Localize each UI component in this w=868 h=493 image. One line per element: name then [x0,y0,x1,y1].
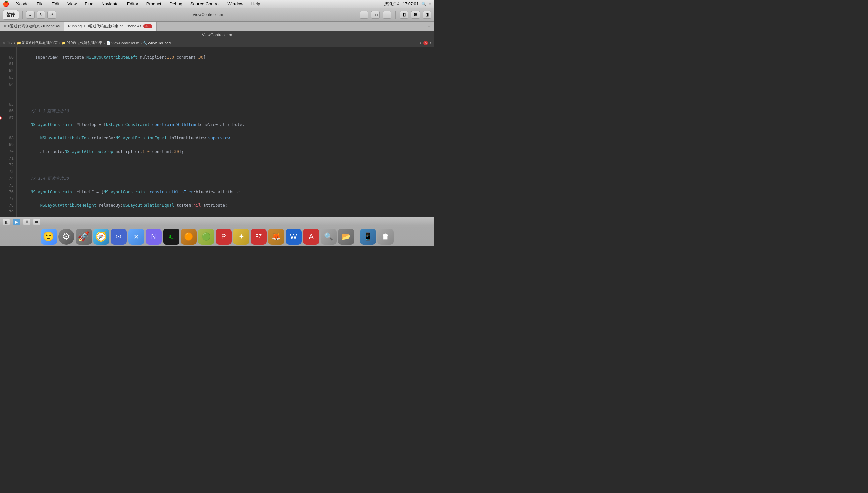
breadcrumb-label-1: 010通过代码创建约束 [22,40,58,45]
bottom-run-btn[interactable]: ▶ [13,218,20,225]
dock-terminal[interactable]: $_ [163,229,179,245]
dock-spotlight[interactable]: 🔍 [321,229,337,245]
dock-finder2[interactable]: 📂 [338,229,354,245]
debug-toggle[interactable]: ⊟ [411,11,420,19]
breadcrumb-item-2[interactable]: 📁 010通过代码创建约束 [62,40,102,45]
line-num-73: 73 [3,168,14,175]
finder-icon: 🙂 [43,231,54,242]
dock-star[interactable]: ✦ [233,229,249,245]
navigator-toggle[interactable]: ◧ [400,11,408,19]
dock-app4[interactable]: 📱 [360,229,376,245]
dock-acrobat[interactable]: A [303,229,319,245]
bottom-navigator-btn[interactable]: ◧ [3,218,10,225]
bottom-pause-btn[interactable]: ⏸ [23,218,30,225]
code-line-pre: superview attribute:NSLayoutAttributeLef… [21,54,430,61]
code-line-62 [21,94,430,101]
line-num-64b [3,88,14,94]
editor-standard-icon[interactable]: □ [360,11,368,19]
dock-pycharm[interactable]: P [216,229,232,245]
breadcrumb-nav-right[interactable]: › [430,40,431,45]
tab-project[interactable]: 010通过代码创建约束 › iPhone 4s [0,22,64,31]
menu-product[interactable]: Product [145,1,163,7]
dock-safari[interactable]: 🧭 [93,229,109,245]
menu-file[interactable]: File [35,1,45,7]
breadcrumb-item-3[interactable]: 📄 ViewController.m [106,41,139,45]
scheme-run-icon[interactable]: ⇄ [47,11,56,19]
breadcrumb-error-dot: ⚠ [423,41,428,45]
add-tab-button[interactable]: + [425,23,433,30]
scheme-selector[interactable]: ≡ [26,11,35,19]
pause-button[interactable]: 暂停 [3,10,19,20]
tab-bar: 010通过代码创建约束 › iPhone 4s Running 010通过代码创… [0,22,434,31]
code-line-67c: NSLayoutAttributeNotAnAttribute multipli… [21,216,430,217]
dock-system-preferences[interactable]: ⚙ [58,229,74,245]
tab-error-badge: ⚠ 1 [143,24,153,28]
prefs-icon: ⚙ [62,231,70,242]
dock-onenote[interactable]: N [146,229,162,245]
breadcrumb-nav-prev[interactable]: ‹ [11,40,13,45]
menu-editor[interactable]: Editor [125,1,140,7]
menu-window[interactable]: Window [226,1,245,7]
back-forward-icon[interactable]: ↻ [37,11,45,19]
apple-menu[interactable]: 🍎 [3,1,9,7]
menu-view[interactable]: View [66,1,78,7]
editor-assistant-icon[interactable]: □□ [371,11,380,19]
xcode-icon: ✕ [133,233,139,241]
line-num-71: 71 [3,155,14,162]
code-content[interactable]: superview attribute:NSLayoutAttributeLef… [17,47,434,217]
code-editor[interactable]: 60 61 62 63 64 65 66 ● 67 68 69 70 71 72… [0,47,434,217]
line-num-64: 64 [3,81,14,88]
list-icon[interactable]: ≡ [429,2,431,6]
code-line-67b: NSLayoutAttributeHeight relatedBy:NSLayo… [21,202,430,209]
spotlight-icon: 🔍 [324,232,333,241]
line-num-76: 76 [3,189,14,195]
menu-help[interactable]: Help [250,1,262,7]
pycharm-icon: P [221,232,226,241]
line-num-70: 70 [3,148,14,155]
breadcrumb-sep-2: › [104,41,105,45]
code-line-64: NSLayoutConstraint *blueTop = [NSLayoutC… [21,121,430,128]
breadcrumb-nav-next[interactable]: › [14,40,15,45]
app3-icon: 🦊 [272,232,280,241]
dock-app1[interactable]: 🟠 [181,229,197,245]
editor-filename-header: ViewController.m [0,31,434,39]
finder2-icon: 📂 [341,232,350,241]
editor-version-icon[interactable]: □ [383,11,391,19]
time-display: 17:07:01 [403,2,418,6]
breadcrumb-grid-icon[interactable]: ⊞ [7,41,10,45]
breadcrumb-item-4[interactable]: 🔧 -viewDidLoad [143,41,170,45]
line-num-62: 62 [3,67,14,74]
search-icon[interactable]: 🔍 [421,2,426,6]
bottom-stop-btn[interactable]: ⏹ [33,218,40,225]
dock-app3[interactable]: 🦊 [268,229,284,245]
menu-xcode[interactable]: Xcode [15,1,30,7]
dock-trash[interactable]: 🗑 [378,229,394,245]
menu-edit[interactable]: Edit [50,1,61,7]
tab-running[interactable]: Running 010通过代码创建约束 on iPhone 4s ⚠ 1 [64,22,157,31]
menu-find[interactable]: Find [84,1,94,7]
line-numbers: 60 61 62 63 64 65 66 ● 67 68 69 70 71 72… [0,47,17,217]
dock-xcode[interactable]: ✕ [128,229,144,245]
menu-debug[interactable]: Debug [168,1,184,7]
dock-filezilla[interactable]: FZ [251,229,267,245]
toolbar-center-title: ViewController.m [58,13,358,17]
dock-mail[interactable]: ✉ [111,229,127,245]
menu-source-control[interactable]: Source Control [189,1,221,7]
line-num-72: 72 [3,162,14,168]
safari-icon: 🧭 [95,231,107,242]
line-num-68: 68 [3,135,14,142]
menu-navigate[interactable]: Navigate [100,1,120,7]
breadcrumb-left-icon[interactable]: ◈ [3,41,5,45]
code-line-63: // 1.3 距离上边30 [21,108,430,114]
breadcrumb-nav-left[interactable]: ‹ [419,40,421,45]
dock-word[interactable]: W [285,229,302,245]
utility-toggle[interactable]: ◨ [422,11,431,19]
breadcrumb-label-4: -viewDidLoad [148,41,170,45]
dock-launchpad[interactable]: 🚀 [76,229,92,245]
dock-finder[interactable]: 🙂 [41,229,57,245]
acrobat-icon: A [309,232,314,241]
dock-app2[interactable]: 🟢 [198,229,214,245]
line-num-75: 75 [3,182,14,189]
breadcrumb-item-1[interactable]: 📁 010通过代码创建约束 [17,40,58,45]
method-icon: 🔧 [143,41,147,45]
